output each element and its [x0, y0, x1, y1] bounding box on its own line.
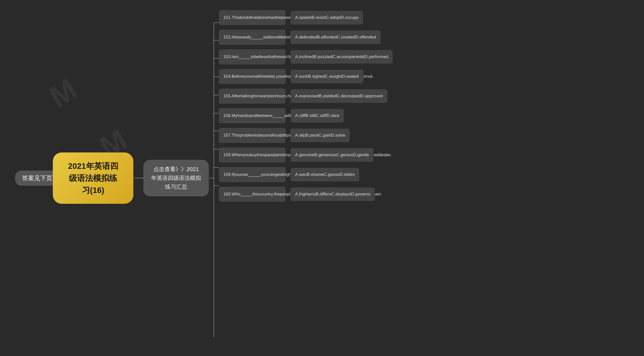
question-row-157: 157.Thisproblemisbeyondhisabilityandheca… [219, 128, 393, 143]
main-node[interactable]: 2021年英语四级语法模拟练习(16) [53, 152, 133, 204]
question-box-156[interactable]: 156.Myhandsandfeetwere_____withcoldasIwa… [219, 108, 286, 123]
answer-text-160: A.frightensB.differsC.displaysD.governs [295, 191, 370, 197]
answer-text-152: A.defendedB.affordedC.createdD.offended [295, 34, 376, 41]
main-canvas: M M 答案见下页 2021年英语四级语法模拟练习(16) [0, 0, 644, 356]
question-row-153: 153.Iam_____tobelievethathewon'tcomeback… [219, 49, 393, 64]
answer-text-157: A.slipB.packC.gainD.solve [295, 132, 345, 139]
question-row-159: 159.Ifyouuse_____,youcangetahigherqualit… [219, 167, 393, 182]
nav-node-label: 点击查看》》2021年英语四级语法模拟练习汇总 [151, 166, 201, 190]
question-row-151: 151.Thiskindofmedicinehasthepowerto____p… [219, 10, 393, 25]
answer-box-155[interactable]: A.expressedB.yieldedC.decreasedD.approve… [291, 89, 387, 103]
question-box-154[interactable]: 154.Beforeyoumailthisletter,youshouldche… [219, 69, 286, 84]
question-box-153[interactable]: 153.Iam_____tobelievethathewon'tcomeback… [219, 49, 286, 64]
main-node-label: 2021年英语四级语法模拟练习(16) [68, 162, 118, 195]
questions-container: 151.Thiskindofmedicinehasthepowerto____p… [219, 10, 393, 202]
question-box-152[interactable]: 152.Heiseasily_____soldonotliketotalkwit… [219, 30, 286, 45]
answer-text-159: A.waxB.shameC.gooseD.slides [295, 171, 355, 178]
question-box-158[interactable]: 158.Whenyoubuythesparepartsforyourcar,tr… [219, 147, 286, 163]
question-row-152: 152.Heiseasily_____soldonotliketotalkwit… [219, 30, 393, 45]
answer-text-153: A.inclinedB.puzzledC.accompanieddD.perfo… [295, 54, 388, 60]
answer-box-157[interactable]: A.slipB.packC.gainD.solve [291, 129, 350, 142]
answer-text-155: A.expressedB.yieldedC.decreasedD.approve… [295, 93, 383, 99]
question-box-159[interactable]: 159.Ifyouuse_____,youcangetahigherqualit… [219, 167, 286, 182]
answer-box-152[interactable]: A.defendedB.affordedC.createdD.offended [291, 30, 381, 44]
answer-text-154: A.sunkB.sighedC.soughtD.sealed [295, 73, 359, 80]
answer-box-156[interactable]: A.cliffB.stillC.stiffD.stick [291, 109, 344, 123]
question-row-156: 156.Myhandsandfeetwere_____withcoldasIwa… [219, 108, 393, 123]
answer-box-153[interactable]: A.inclinedB.puzzledC.accompanieddD.perfo… [291, 50, 393, 64]
answer-box-160[interactable]: A.frightensB.differsC.displaysD.governs [291, 187, 375, 201]
answer-box-158[interactable]: A.genuineB.generousC.geniusD.gentle [291, 148, 374, 162]
question-row-160: 160.Who_____thiscountry,thepeopleorthepr… [219, 187, 393, 202]
question-row-154: 154.Beforeyoumailthisletter,youshouldche… [219, 69, 393, 84]
answer-node-label: 答案见下页 [22, 175, 52, 181]
answer-box-151[interactable]: A.splashB.resistC.adoptD.occupy [291, 11, 363, 24]
nav-node[interactable]: 点击查看》》2021年英语四级语法模拟练习汇总 [143, 160, 209, 196]
question-box-151[interactable]: 151.Thiskindofmedicinehasthepowerto____p… [219, 10, 286, 25]
watermark-1: M [43, 71, 83, 114]
question-box-157[interactable]: 157.Thisproblemisbeyondhisabilityandheca… [219, 128, 286, 143]
answer-text-158: A.genuineB.generousC.geniusD.gentle [295, 152, 369, 158]
answer-box-154[interactable]: A.sunkB.sighedC.soughtD.sealed [291, 70, 363, 83]
question-row-155: 155.Aftertalkingfornearlytenhours,he____… [219, 89, 393, 104]
question-box-155[interactable]: 155.Aftertalkingfornearlytenhours,he____… [219, 89, 286, 104]
answer-box-159[interactable]: A.waxB.shameC.gooseD.slides [291, 168, 359, 181]
answer-text-151: A.splashB.resistC.adoptD.occupy [295, 14, 358, 21]
question-box-160[interactable]: 160.Who_____thiscountry,thepeopleorthepr… [219, 187, 286, 202]
answer-text-156: A.cliffB.stillC.stiffD.stick [295, 112, 339, 119]
question-row-158: 158.Whenyoubuythesparepartsforyourcar,tr… [219, 147, 393, 163]
